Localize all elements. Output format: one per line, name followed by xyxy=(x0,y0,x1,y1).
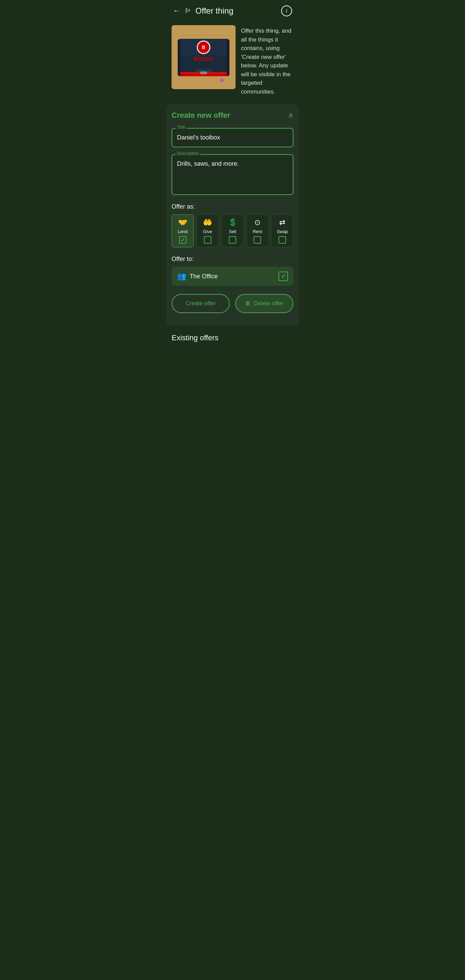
existing-offers-title: Existing offers xyxy=(172,334,293,342)
sell-icon: 💲 xyxy=(228,218,237,227)
collapse-icon[interactable]: ∧ xyxy=(288,111,293,120)
svg-rect-16 xyxy=(200,72,207,74)
svg-text:BOSCH: BOSCH xyxy=(194,56,213,62)
offer-to-label: Offer to: xyxy=(172,256,293,263)
description-field-wrapper: Description xyxy=(172,154,293,196)
offer-panel: Create new offer ∧ Title Description Off… xyxy=(166,104,299,325)
give-checkbox[interactable] xyxy=(204,236,212,243)
offer-type-swap[interactable]: ⇄Swap xyxy=(271,215,293,247)
existing-offers-section: Existing offers xyxy=(166,325,299,350)
header: ← 🏳 Offer thing i xyxy=(166,0,299,22)
item-image: B BOSCH xyxy=(172,25,236,89)
offer-type-lend[interactable]: 🤝Lend✓ xyxy=(172,215,194,247)
bosch-box-svg: B BOSCH xyxy=(172,25,236,89)
title-label: Title xyxy=(176,124,186,130)
action-buttons: Create offer 🗑 Delete offer xyxy=(172,294,293,313)
give-icon: 🤲 xyxy=(203,218,212,227)
sell-checkbox[interactable] xyxy=(229,236,236,243)
offer-as-label: Offer as: xyxy=(172,203,293,210)
svg-rect-15 xyxy=(227,40,229,76)
hero-description: Offer this thing, and all the things it … xyxy=(241,25,293,96)
lend-checkbox[interactable]: ✓ xyxy=(179,236,186,243)
svg-text:B: B xyxy=(202,45,205,50)
header-left: ← 🏳 Offer thing xyxy=(173,6,234,16)
swap-label: Swap xyxy=(277,229,288,234)
title-input[interactable] xyxy=(172,128,293,147)
offer-type-grid: 🤝Lend✓🤲Give💲Sell⊙Rent⇄Swap xyxy=(172,215,293,247)
offer-type-rent[interactable]: ⊙Rent xyxy=(247,215,269,247)
rent-label: Rent xyxy=(253,229,262,234)
swap-checkbox[interactable] xyxy=(279,236,286,243)
description-label: Description xyxy=(176,151,201,156)
flag-icon: 🏳 xyxy=(185,7,191,15)
svg-point-17 xyxy=(220,78,224,82)
community-row[interactable]: 👥 The Office ✓ xyxy=(172,267,293,286)
description-input[interactable] xyxy=(172,154,293,195)
community-row-left: 👥 The Office xyxy=(177,272,218,281)
community-checkmark: ✓ xyxy=(281,272,286,280)
lend-label: Lend xyxy=(178,229,188,234)
hero-section: B BOSCH Offer this thing, and all the th… xyxy=(166,22,299,103)
info-button[interactable]: i xyxy=(281,5,292,16)
back-button[interactable]: ← xyxy=(173,6,180,15)
delete-label: Delete offer xyxy=(253,300,283,307)
delete-icon: 🗑 xyxy=(245,300,251,307)
delete-offer-button[interactable]: 🗑 Delete offer xyxy=(235,294,293,313)
offer-type-give[interactable]: 🤲Give xyxy=(196,215,218,247)
community-checkbox[interactable]: ✓ xyxy=(279,272,288,281)
create-offer-button[interactable]: Create offer xyxy=(172,294,230,313)
group-icon: 👥 xyxy=(177,272,186,281)
offer-type-sell[interactable]: 💲Sell xyxy=(221,215,244,247)
rent-checkbox[interactable] xyxy=(253,236,261,243)
page-title: Offer thing xyxy=(195,6,234,16)
offer-panel-title: Create new offer xyxy=(172,111,230,120)
sell-label: Sell xyxy=(229,229,236,234)
give-label: Give xyxy=(203,229,212,234)
rent-icon: ⊙ xyxy=(254,218,260,227)
offer-panel-header: Create new offer ∧ xyxy=(172,111,293,120)
title-field-wrapper: Title xyxy=(172,128,293,147)
svg-rect-14 xyxy=(178,40,180,76)
swap-icon: ⇄ xyxy=(279,218,285,227)
lend-checkmark: ✓ xyxy=(180,237,185,243)
lend-icon: 🤝 xyxy=(178,218,187,227)
community-name: The Office xyxy=(190,273,218,280)
